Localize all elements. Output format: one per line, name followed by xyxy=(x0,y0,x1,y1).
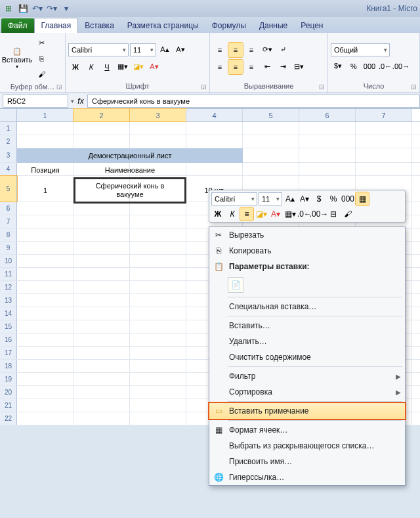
cell[interactable] xyxy=(186,122,243,135)
row-header[interactable]: 1 xyxy=(0,122,17,135)
bold-button[interactable]: Ж xyxy=(68,60,83,74)
row-header[interactable]: 17 xyxy=(0,347,17,359)
mini-comma[interactable]: 000 xyxy=(341,192,354,205)
redo-button[interactable]: ↷▾ xyxy=(46,3,58,14)
accounting-button[interactable]: $▾ xyxy=(331,59,345,74)
orientation-button[interactable]: ⟳▾ xyxy=(260,43,274,57)
col-header[interactable]: 4 xyxy=(186,109,243,121)
cell[interactable] xyxy=(17,307,74,320)
mini-font-color[interactable]: A▾ xyxy=(269,207,282,221)
align-middle-button[interactable]: ≡ xyxy=(228,43,243,57)
tab-data[interactable]: Данные xyxy=(253,18,294,33)
paste-button[interactable]: 📋 Вставить ▾ xyxy=(3,38,32,79)
font-name-combo[interactable]: Calibri xyxy=(68,43,129,56)
clipboard-launcher-icon[interactable]: ◲ xyxy=(54,82,64,91)
select-all-corner[interactable] xyxy=(0,109,17,121)
cell[interactable] xyxy=(130,294,186,307)
menu-sort[interactable]: Сортировка▶ xyxy=(209,384,405,400)
undo-button[interactable]: ↶▾ xyxy=(32,3,43,14)
underline-button[interactable]: Ч xyxy=(100,60,114,74)
tab-file[interactable]: Файл xyxy=(1,18,34,33)
cell[interactable] xyxy=(243,148,299,162)
col-header[interactable]: 2 xyxy=(74,109,130,121)
wrap-text-button[interactable]: ⤶ xyxy=(276,43,290,57)
copy-button[interactable]: ⎘ xyxy=(34,51,49,66)
mini-percent[interactable]: % xyxy=(327,192,340,205)
row-header[interactable]: 11 xyxy=(0,268,17,280)
col-header[interactable]: 6 xyxy=(299,109,356,121)
cell[interactable] xyxy=(299,122,356,135)
cell[interactable] xyxy=(130,135,186,148)
align-center-button[interactable]: ≡ xyxy=(228,60,243,74)
cell[interactable] xyxy=(74,386,130,399)
header-cell[interactable] xyxy=(186,163,243,177)
number-format-combo[interactable]: Общий xyxy=(331,43,390,56)
cell[interactable] xyxy=(130,412,186,425)
row-header[interactable]: 10 xyxy=(0,255,17,267)
decrease-indent-button[interactable]: ⇤ xyxy=(260,60,274,74)
mini-grow-font[interactable]: A▴ xyxy=(284,192,297,205)
cell[interactable] xyxy=(243,135,299,148)
cell[interactable] xyxy=(299,148,356,162)
cell[interactable] xyxy=(130,347,186,359)
cell[interactable] xyxy=(17,268,74,280)
mini-merge[interactable]: ⊟ xyxy=(327,207,340,221)
tab-insert[interactable]: Вставка xyxy=(78,18,121,33)
mini-fill-color[interactable]: ◪▾ xyxy=(255,207,268,221)
row-header[interactable]: 15 xyxy=(0,320,17,333)
tab-formulas[interactable]: Формулы xyxy=(205,18,253,33)
cell[interactable] xyxy=(74,360,130,372)
cell[interactable] xyxy=(74,294,130,307)
menu-format-cells[interactable]: ▦Формат ячеек… xyxy=(209,422,405,438)
row-header[interactable]: 5 xyxy=(0,176,17,202)
header-cell[interactable]: Наименование xyxy=(74,163,186,177)
align-left-button[interactable]: ≡ xyxy=(213,60,227,74)
comma-button[interactable]: 000 xyxy=(362,59,377,74)
align-right-button[interactable]: ≡ xyxy=(244,60,259,74)
cell[interactable] xyxy=(74,255,130,267)
cell[interactable] xyxy=(130,202,186,215)
menu-delete[interactable]: Удалить… xyxy=(209,334,405,349)
cell[interactable] xyxy=(130,242,186,254)
cell[interactable] xyxy=(74,334,130,346)
cell[interactable] xyxy=(74,281,130,293)
mini-font-combo[interactable]: Calibri xyxy=(211,192,257,205)
cell[interactable] xyxy=(74,399,130,412)
cell[interactable] xyxy=(299,135,356,148)
align-bottom-button[interactable]: ≡ xyxy=(244,43,259,57)
mini-border[interactable]: ▦▾ xyxy=(284,207,297,221)
col-header[interactable]: 7 xyxy=(356,109,412,121)
cell[interactable] xyxy=(130,281,186,293)
align-launcher-icon[interactable]: ◲ xyxy=(317,82,326,91)
row-header[interactable]: 18 xyxy=(0,360,17,372)
name-box[interactable]: R5C2 xyxy=(3,95,68,108)
cell[interactable] xyxy=(356,122,412,135)
paste-option-default[interactable]: 📄 xyxy=(228,277,243,293)
col-header[interactable]: 3 xyxy=(130,109,186,121)
cell[interactable] xyxy=(130,386,186,399)
tab-layout[interactable]: Разметка страницы xyxy=(121,18,205,33)
menu-clear[interactable]: Очистить содержимое xyxy=(209,349,405,365)
font-color-button[interactable]: A▾ xyxy=(147,60,161,74)
cell[interactable] xyxy=(186,135,243,148)
mini-format-button[interactable]: ▦ xyxy=(356,192,369,205)
row-header[interactable]: 16 xyxy=(0,334,17,346)
cell[interactable] xyxy=(299,163,356,175)
row-header[interactable]: 14 xyxy=(0,307,17,320)
cell[interactable] xyxy=(17,228,74,241)
cell[interactable] xyxy=(74,320,130,333)
fill-color-button[interactable]: ◪▾ xyxy=(131,60,146,74)
row-header[interactable]: 8 xyxy=(0,228,17,241)
decrease-decimal-button[interactable]: .00→ xyxy=(394,59,408,74)
row-header[interactable]: 13 xyxy=(0,294,17,307)
cell[interactable] xyxy=(130,373,186,385)
cell[interactable] xyxy=(17,202,74,215)
menu-pick-from-list[interactable]: Выбрать из раскрывающегося списка… xyxy=(209,438,405,454)
cell[interactable] xyxy=(356,148,412,162)
cell[interactable] xyxy=(74,202,130,215)
cell[interactable] xyxy=(17,412,74,425)
menu-copy[interactable]: ⎘Копировать xyxy=(209,243,405,259)
tab-review[interactable]: Рецен xyxy=(294,18,329,33)
merged-title-cell[interactable]: Демонстрационный лист xyxy=(17,148,243,163)
italic-button[interactable]: К xyxy=(84,60,98,74)
